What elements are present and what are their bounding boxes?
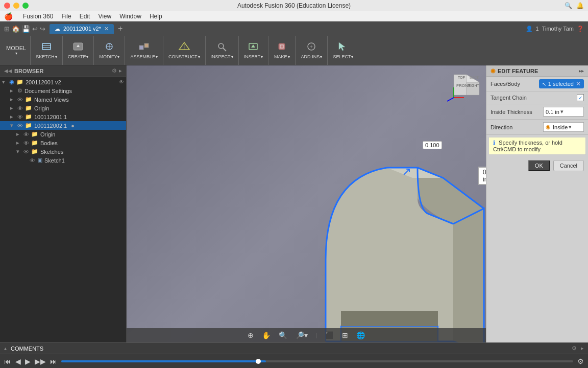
- svg-point-12: [218, 43, 224, 49]
- eye-icon-root[interactable]: 👁: [119, 79, 124, 85]
- new-tab-button[interactable]: +: [118, 24, 122, 33]
- make-button[interactable]: MAKE ▾: [271, 39, 293, 61]
- toggle-origin2[interactable]: ▸: [16, 131, 21, 137]
- expand-panel-icon[interactable]: ▸▸: [579, 68, 584, 74]
- ok-button[interactable]: OK: [528, 160, 550, 171]
- active-tab[interactable]: ☁ 200112001 v2* ✕: [50, 24, 114, 34]
- toggle-origin[interactable]: ▸: [10, 105, 15, 111]
- insert-button[interactable]: INSERT ▾: [241, 39, 266, 61]
- app-title: Autodesk Fusion 360 (Education License): [237, 2, 351, 9]
- construct-button[interactable]: CONSTRUCT ▾: [165, 39, 203, 61]
- redo-icon[interactable]: ↪: [40, 25, 45, 33]
- eye-icon-named: 👁: [17, 97, 23, 103]
- timeline-start-button[interactable]: ⏮: [4, 357, 11, 365]
- tree-item-sketch1[interactable]: 👁 ▣ Sketch1: [0, 156, 126, 165]
- menu-fusion[interactable]: Fusion 360: [23, 13, 53, 20]
- help-icon[interactable]: ❓: [577, 26, 584, 32]
- inside-thickness-val: 0.1 in: [546, 109, 559, 115]
- timeline-thumb[interactable]: [256, 359, 261, 364]
- svg-rect-31: [341, 311, 438, 326]
- minimize-button[interactable]: [13, 3, 19, 9]
- timeline-settings-icon[interactable]: ⚙: [577, 357, 584, 365]
- sidebar-expand-icon[interactable]: ▸: [119, 67, 122, 74]
- create-button[interactable]: CREATE ▾: [65, 39, 92, 61]
- orbit-icon[interactable]: ⊕: [246, 330, 256, 340]
- modify-label: MODIFY ▾: [99, 54, 119, 59]
- clear-selection-button[interactable]: ✕: [576, 80, 581, 87]
- toggle-comp2[interactable]: ▾: [10, 122, 15, 129]
- toggle-comp1[interactable]: ▸: [10, 113, 15, 120]
- toggle-doc[interactable]: ▸: [10, 87, 15, 94]
- insert-icon: [247, 41, 259, 53]
- comments-settings-icon[interactable]: ⚙: [572, 345, 577, 352]
- menu-help[interactable]: Help: [150, 13, 162, 20]
- display-mode-icon[interactable]: ⬛: [323, 330, 336, 340]
- pan-icon[interactable]: ✋: [260, 330, 273, 340]
- inside-thickness-input[interactable]: 0.1 in ▾: [543, 107, 584, 117]
- folder-icon-sketches: 📁: [31, 148, 38, 155]
- menu-edit[interactable]: Edit: [80, 13, 90, 20]
- inspect-button[interactable]: INSPECT ▾: [208, 39, 236, 61]
- toggle-bodies[interactable]: ▸: [16, 140, 21, 146]
- tree-item-comp2[interactable]: ▾ 👁 📁 100112002:1 ●: [0, 121, 126, 130]
- tree-item-sketches[interactable]: ▾ 👁 📁 Sketches: [0, 147, 126, 156]
- home-icon[interactable]: 🏠: [12, 25, 20, 33]
- menu-file[interactable]: File: [61, 13, 71, 20]
- notification-icon[interactable]: 🔔: [576, 2, 584, 9]
- sketch-button[interactable]: SKETCH ▾: [33, 39, 60, 61]
- tree-item-comp1[interactable]: ▸ 👁 📁 100112001:1: [0, 112, 126, 121]
- menu-window[interactable]: Window: [119, 13, 141, 20]
- sidebar-collapse-icon[interactable]: ◀◀: [4, 68, 12, 74]
- tree-item-origin2[interactable]: ▸ 👁 📁 Origin: [0, 130, 126, 139]
- grid-icon[interactable]: ⊞: [4, 25, 10, 33]
- maximize-button[interactable]: [22, 3, 29, 9]
- tangent-chain-value: ✓: [577, 94, 584, 101]
- svg-rect-8: [139, 45, 143, 50]
- tab-close-icon[interactable]: ✕: [104, 26, 109, 32]
- timeline-fastforward-button[interactable]: ▶▶: [35, 357, 46, 365]
- close-button[interactable]: [4, 3, 10, 9]
- edit-panel-title-text: EDIT FEATURE: [498, 68, 538, 74]
- selected-button[interactable]: ↖ 1 selected ✕: [539, 79, 584, 88]
- comments-expand-icon[interactable]: ▸: [581, 345, 584, 352]
- cancel-button[interactable]: Cancel: [553, 160, 584, 171]
- tree-label-bodies: Bodies: [40, 140, 58, 146]
- tangent-chain-checkbox[interactable]: ✓: [577, 94, 584, 101]
- search-icon[interactable]: 🔍: [565, 2, 572, 9]
- model-dropdown[interactable]: MODEL ▾: [2, 36, 31, 65]
- zoom-dropdown-icon[interactable]: 🔎▾: [293, 330, 310, 340]
- info-icon: ℹ: [493, 140, 495, 146]
- inspect-icon: [216, 41, 228, 53]
- direction-dropdown[interactable]: ◉ Inside ▾: [543, 122, 584, 132]
- save-icon[interactable]: 💾: [22, 25, 30, 33]
- select-button[interactable]: SELECT ▾: [330, 39, 356, 61]
- grid-display-icon[interactable]: ⊞: [340, 330, 350, 340]
- timeline-bar[interactable]: [61, 360, 573, 362]
- timeline-prev-button[interactable]: ◀: [15, 357, 21, 365]
- tree-item-root[interactable]: ▾ ◉ 📁 200112001 v2 👁: [0, 78, 126, 86]
- modify-button[interactable]: MODIFY ▾: [96, 39, 122, 61]
- timeline-end-button[interactable]: ⏭: [50, 357, 57, 365]
- toggle-named-views[interactable]: ▸: [10, 96, 15, 103]
- assemble-button[interactable]: ASSEMBLE ▾: [127, 39, 161, 61]
- dimension-input-box[interactable]: 0.1 in ▾: [478, 167, 486, 185]
- timeline-play-button[interactable]: ▶: [25, 357, 31, 365]
- tooltip-bar: ℹ Specify thickness, or hold Ctrl/CMD to…: [488, 137, 586, 155]
- svg-marker-20: [339, 42, 345, 51]
- direction-row: Direction ◉ Inside ▾: [486, 120, 588, 135]
- tree-item-bodies[interactable]: ▸ 👁 📁 Bodies: [0, 139, 126, 147]
- sidebar-settings-icon[interactable]: ⚙: [112, 67, 117, 74]
- viewcube[interactable]: FRONT RIGHT TOP BACK: [441, 70, 482, 105]
- menu-view[interactable]: View: [98, 13, 111, 20]
- viewport[interactable]: FRONT RIGHT TOP BACK: [127, 65, 486, 342]
- addins-button[interactable]: + ADD-INS ▾: [298, 39, 325, 61]
- zoom-icon[interactable]: 🔍: [277, 330, 289, 340]
- undo-icon[interactable]: ↩: [32, 25, 38, 33]
- tree-item-named-views[interactable]: ▸ 👁 📁 Named Views: [0, 95, 126, 104]
- environment-icon[interactable]: 🌐: [354, 330, 367, 340]
- toggle-sketches[interactable]: ▾: [16, 148, 21, 155]
- comments-collapse-icon[interactable]: ▴: [4, 346, 7, 351]
- tree-item-doc-settings[interactable]: ▸ ⚙ Document Settings: [0, 86, 126, 95]
- tree-toggle-root[interactable]: ▾: [2, 79, 7, 85]
- tree-item-origin[interactable]: ▸ 👁 📁 Origin: [0, 104, 126, 112]
